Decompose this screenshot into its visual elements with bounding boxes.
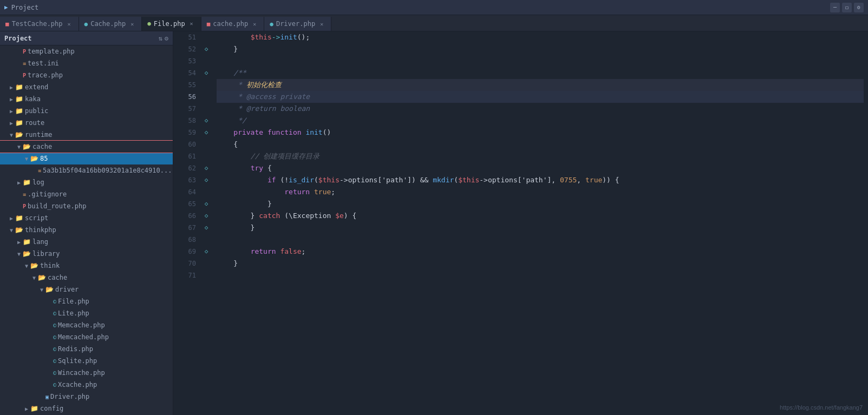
- tab-close-cache2[interactable]: ✕: [251, 20, 258, 28]
- code-line: if (!is_dir($this->options['path']) && m…: [217, 174, 864, 186]
- tree-item[interactable]: ©Wincache.php: [0, 367, 173, 379]
- tree-item[interactable]: ▶📁lang: [0, 236, 173, 248]
- code-line: }: [217, 258, 864, 269]
- tab-driver[interactable]: ● Driver.php ✕: [264, 17, 331, 31]
- code-content: 5152535455565758596061626364656667686970…: [173, 31, 868, 415]
- line-number: 71: [173, 269, 196, 281]
- tree-item[interactable]: Pbuild_route.php: [0, 200, 173, 212]
- gutter-marker: ◇: [200, 127, 212, 139]
- code-line: $this->init();: [217, 31, 864, 43]
- tree-item[interactable]: ▶📁route: [0, 117, 173, 129]
- sidebar[interactable]: Project ⇅ ⚙ Ptemplate.php≡test.iniPtrace…: [0, 31, 173, 415]
- tree-item[interactable]: ▶📁kaka: [0, 93, 173, 105]
- php-class-icon: ©: [53, 299, 56, 305]
- folder-open-icon: 📂: [15, 226, 23, 234]
- tab-close-file[interactable]: ✕: [188, 20, 195, 28]
- code-line: [217, 55, 864, 67]
- tree-item[interactable]: ©Lite.php: [0, 307, 173, 319]
- tree-item[interactable]: ▼📂driver: [0, 284, 173, 295]
- code-lines: $this->init(); } /** * 初始化检查 * @access p…: [212, 31, 868, 415]
- tree-item[interactable]: ©Redis.php: [0, 343, 173, 355]
- tree-item[interactable]: ≡.gitignore: [0, 188, 173, 200]
- line-number: 63: [173, 174, 196, 186]
- code-line: private function init(): [217, 127, 864, 139]
- gutter-marker: ◇: [200, 222, 212, 234]
- tree-item[interactable]: ▶📁log: [0, 176, 173, 188]
- tree-item[interactable]: ▶📁script: [0, 212, 173, 224]
- sidebar-settings-icon[interactable]: ⚙: [165, 35, 168, 42]
- sidebar-sort-icon[interactable]: ⇅: [159, 35, 162, 42]
- line-number: 54: [173, 67, 196, 79]
- tree-item[interactable]: Ptrace.php: [0, 69, 173, 81]
- code-line: * 初始化检查: [217, 79, 864, 91]
- sort-button[interactable]: ⚙: [854, 3, 864, 12]
- line-number: 56: [173, 91, 196, 103]
- tab-bar: ■ TestCache.php ✕ ● Cache.php ✕ ● File.p…: [0, 15, 868, 31]
- tree-arrow: ▶: [8, 120, 15, 126]
- line-number: 52: [173, 43, 196, 55]
- php-class-icon: ©: [53, 346, 56, 352]
- tree-item[interactable]: ▼📂cache: [0, 141, 173, 153]
- tree-label: think: [40, 262, 60, 269]
- tab-testcache[interactable]: ■ TestCache.php ✕: [0, 17, 79, 31]
- tree-arrow: ▼: [15, 144, 23, 150]
- tree-item[interactable]: ▶📁config: [0, 403, 173, 414]
- tree-item[interactable]: ©Memcached.php: [0, 331, 173, 343]
- tree-label: runtime: [25, 131, 53, 139]
- sidebar-title: Project: [4, 35, 32, 42]
- tree-item[interactable]: ©Xcache.php: [0, 379, 173, 391]
- tree-item[interactable]: ▶📁extend: [0, 81, 173, 93]
- tree-item[interactable]: ▼📂library: [0, 248, 173, 260]
- code-line: */: [217, 115, 864, 127]
- line-number: 60: [173, 139, 196, 150]
- gutter-marker: [200, 234, 212, 246]
- tree-item[interactable]: ≡5a3b1b5f04a16bb093201a1e8c4910...: [0, 164, 173, 176]
- php-class-icon: ©: [53, 334, 56, 340]
- tab-close-driver[interactable]: ✕: [318, 20, 325, 28]
- code-line: return true;: [217, 186, 864, 198]
- tree-label: kaka: [25, 95, 41, 103]
- ini-icon: ≡: [23, 192, 26, 197]
- tree-label: extend: [25, 83, 48, 91]
- folder-open-icon: 📂: [30, 155, 38, 162]
- code-line: } catch (\Exception $e) {: [217, 210, 864, 222]
- line-number: 70: [173, 258, 196, 269]
- gutter-marker: [200, 269, 212, 281]
- tab-close-cache[interactable]: ✕: [128, 20, 136, 28]
- folder-icon: 📁: [30, 405, 38, 412]
- tree-label: Redis.php: [58, 345, 93, 353]
- title-bar-text: Project: [11, 4, 39, 11]
- tree-item[interactable]: ©File.php: [0, 295, 173, 307]
- code-line: // 创建项目缓存目录: [217, 150, 864, 162]
- tree-label: Xcache.php: [58, 381, 97, 388]
- maximize-button[interactable]: ◻: [842, 3, 852, 12]
- code-editor[interactable]: 5152535455565758596061626364656667686970…: [173, 31, 868, 415]
- tab-close-testcache[interactable]: ✕: [66, 20, 73, 28]
- code-line: * @return boolean: [217, 103, 864, 115]
- tree-item[interactable]: ▼📂think: [0, 260, 173, 272]
- tree-item[interactable]: ▶📁public: [0, 105, 173, 117]
- tab-cache[interactable]: ● Cache.php ✕: [79, 17, 142, 31]
- tree-item[interactable]: Ptemplate.php: [0, 45, 173, 57]
- tree-label: template.php: [28, 48, 75, 55]
- tree-item[interactable]: ≡test.ini: [0, 57, 173, 69]
- line-number: 59: [173, 127, 196, 139]
- tab-cache2[interactable]: ■ cache.php ✕: [201, 17, 265, 31]
- tab-file[interactable]: ● File.php ✕: [142, 17, 201, 31]
- minimize-button[interactable]: ─: [830, 3, 840, 12]
- tree-item[interactable]: ©Sqlite.php: [0, 355, 173, 367]
- tree-item[interactable]: ▼📂thinkphp: [0, 224, 173, 236]
- tree-arrow: ▶: [8, 84, 15, 90]
- gutter-marker: ◇: [200, 67, 212, 79]
- code-line: }: [217, 43, 864, 55]
- folder-open-icon: 📂: [15, 131, 23, 139]
- tree-item[interactable]: ▼📂runtime: [0, 129, 173, 141]
- tree-item[interactable]: ©Memcache.php: [0, 319, 173, 331]
- php-class-icon: ©: [53, 382, 56, 388]
- php-class-icon: ©: [53, 358, 56, 364]
- tree-item[interactable]: ▼📂85: [0, 153, 173, 164]
- tree-item[interactable]: ▣Driver.php: [0, 391, 173, 403]
- tree-label: Driver.php: [50, 393, 89, 400]
- tree-arrow: ▼: [38, 287, 45, 293]
- tree-item[interactable]: ▼📂cache: [0, 272, 173, 284]
